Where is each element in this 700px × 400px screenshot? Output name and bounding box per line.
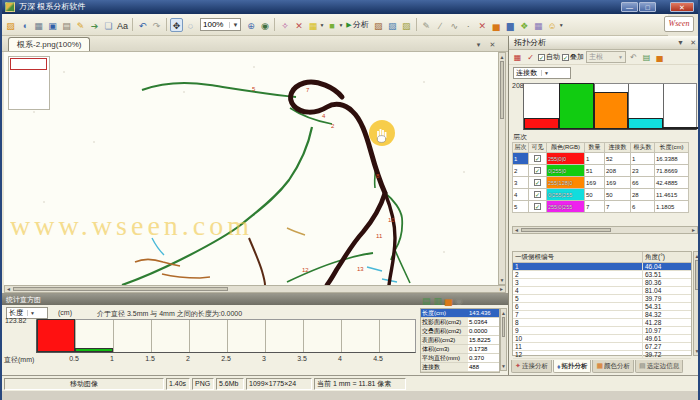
visible-checkbox[interactable]: ✓ <box>534 167 541 174</box>
draw-curve-icon[interactable]: ∿ <box>448 18 461 32</box>
layers-icon[interactable]: ▦ <box>532 18 545 32</box>
zoom-level-combo[interactable]: 100%▼ <box>200 18 241 31</box>
edit-icon[interactable]: ✎ <box>74 18 87 32</box>
close-button[interactable]: ✕ <box>670 2 694 12</box>
tab-拓扑分析[interactable]: ♦拓扑分析 <box>553 360 592 373</box>
angle-row[interactable]: 380.36 <box>513 279 691 287</box>
open-image-icon[interactable]: ▨ <box>4 18 17 32</box>
chart-icon[interactable]: ▅ <box>490 18 503 32</box>
tab-选定边信息[interactable]: ▤选定边信息 <box>635 360 683 373</box>
overlay-checkbox[interactable]: ✓叠加 <box>562 52 584 62</box>
measure-icon[interactable]: ✕ <box>292 18 305 32</box>
gallery-icon[interactable]: ▦ <box>32 18 45 32</box>
analyze-button[interactable]: ▶分析 <box>344 18 370 32</box>
angle-row[interactable]: 539.79 <box>513 295 691 303</box>
layer-col-header[interactable]: 长度(cm) <box>655 143 689 153</box>
overview-navigator[interactable] <box>8 56 50 110</box>
excel-icon[interactable]: ▅ <box>654 51 665 63</box>
stats-row[interactable]: 长度(cm)143.436 <box>421 309 499 318</box>
maximize-button[interactable]: □ <box>639 2 656 12</box>
stem-stamp-icon[interactable]: ▨ <box>386 18 399 32</box>
tab-连接分析[interactable]: ✦连接分析 <box>511 360 552 373</box>
angle-row[interactable]: 910.97 <box>513 327 691 335</box>
undo-icon[interactable]: ↶ <box>628 51 639 63</box>
title-bar[interactable]: 万深 根系分析软件 — □ ✕ <box>2 0 698 14</box>
text-icon[interactable]: Aa <box>116 18 129 32</box>
palette-icon[interactable]: ❖ <box>518 18 531 32</box>
layer-row[interactable]: 5✓255|0|2557761.1805 <box>513 201 689 213</box>
zoom-in-icon[interactable]: ⊕ <box>244 18 257 32</box>
settings-icon[interactable]: ◉ <box>455 295 463 307</box>
leaf-stamp-icon[interactable]: ▨ <box>400 18 413 32</box>
layer-table[interactable]: 层次可见颜色(RGB)数量连接数根头数长度(cm)1✓255|0|0152116… <box>512 142 689 213</box>
visible-checkbox[interactable]: ✓ <box>534 155 541 162</box>
layer-col-header[interactable]: 层次 <box>513 143 529 153</box>
document-tab[interactable]: 根系-2.png(100%) <box>8 37 90 51</box>
chart-icon[interactable]: ▅ <box>445 295 452 307</box>
image-canvas[interactable]: www.wseen.com 5742810111213 <box>4 52 498 285</box>
draw-node-icon[interactable]: · <box>462 18 475 32</box>
draw-pencil-icon[interactable]: ✎ <box>420 18 433 32</box>
draw-line-icon[interactable]: ∕ <box>434 18 447 32</box>
angle-row[interactable]: 481.04 <box>513 287 691 295</box>
topology-metric-combo[interactable]: 连接数 ▼ <box>513 67 571 79</box>
layer-col-header[interactable]: 根头数 <box>631 143 655 153</box>
grid-icon[interactable]: ▦ <box>512 51 523 63</box>
copy-icon[interactable]: ❏ <box>102 18 115 32</box>
angle-row[interactable]: 1167.27 <box>513 343 691 351</box>
layer-col-header[interactable]: 数量 <box>585 143 605 153</box>
visible-checkbox[interactable]: ✓ <box>534 203 541 210</box>
layer-col-header[interactable]: 颜色(RGB) <box>547 143 585 153</box>
wand-icon[interactable]: ✧ <box>278 18 291 32</box>
undo-icon[interactable]: ↶ <box>136 18 149 32</box>
mark-icon[interactable]: ✓ <box>525 51 536 63</box>
save-report-icon[interactable]: ▥ <box>434 295 443 307</box>
capture-icon[interactable]: ◖ <box>18 18 31 32</box>
stats-row[interactable]: 投影面积(cm2)5.0364 <box>421 318 499 327</box>
export-icon[interactable]: ➔ <box>88 18 101 32</box>
stats-row[interactable]: 体积(cm3)0.1738 <box>421 345 499 354</box>
visible-checkbox[interactable]: ✓ <box>534 179 541 186</box>
canvas-horizontal-scrollbar[interactable]: ◄ ► <box>4 285 506 293</box>
report-icon[interactable]: ▤ <box>641 51 652 63</box>
angle-row[interactable]: 841.28 <box>513 319 691 327</box>
angle-table[interactable]: 一级侧根编号 角度(°) 146.04263.51380.36481.04539… <box>512 251 692 356</box>
fill-color-dropdown[interactable]: ▦▼ <box>306 18 324 32</box>
stats-row[interactable]: 交叠面积(cm2)0.0000 <box>421 327 499 336</box>
angle-row[interactable]: 654.31 <box>513 303 691 311</box>
stats-row[interactable]: 平均直径(mm)0.370 <box>421 354 499 363</box>
stats-icon[interactable]: ▆ <box>504 18 517 32</box>
angle-table-scrollbar[interactable]: ▲ ▼ <box>693 251 700 356</box>
angle-row[interactable]: 263.51 <box>513 271 691 279</box>
print-icon[interactable]: ▤ <box>60 18 73 32</box>
minimize-button[interactable]: — <box>621 2 638 12</box>
canvas-vertical-scrollbar[interactable]: ▲ ▼ <box>498 52 506 285</box>
panel-close-icon[interactable]: ✕ <box>690 39 696 47</box>
angle-row[interactable]: 1049.61 <box>513 335 691 343</box>
stats-scrollbar[interactable]: ▲ ▼ <box>500 308 507 371</box>
stats-row[interactable]: 连接数488 <box>421 363 499 372</box>
auto-checkbox[interactable]: ✓自动 <box>538 52 560 62</box>
layer-row[interactable]: 3✓255|128|01691696642.4885 <box>513 177 689 189</box>
angle-row[interactable]: 1239.72 <box>513 351 691 359</box>
layer-table-hscrollbar[interactable]: ◄ ► <box>512 226 698 234</box>
layer-col-header[interactable]: 连接数 <box>605 143 631 153</box>
pin-icon[interactable]: ▼ <box>677 39 684 47</box>
layer-row[interactable]: 2✓0|255|0512082371.8669 <box>513 165 689 177</box>
tab-close-icon[interactable]: ✕ <box>487 39 498 50</box>
root-stamp-icon[interactable]: ▨ <box>372 18 385 32</box>
help-dropdown[interactable]: ☺▼ <box>546 18 564 32</box>
visible-checkbox[interactable]: ✓ <box>534 191 541 198</box>
layer-row[interactable]: 1✓255|0|0152116.3388 <box>513 153 689 165</box>
layer-col-header[interactable]: 可见 <box>529 143 547 153</box>
angle-row[interactable]: 784.32 <box>513 311 691 319</box>
magnifier-icon[interactable]: ◌ <box>184 18 197 32</box>
stats-row[interactable]: 表面积(cm2)15.8225 <box>421 336 499 345</box>
save-icon[interactable]: ▣ <box>46 18 59 32</box>
report-icon[interactable]: ▤ <box>422 295 431 307</box>
tab-list-dropdown-icon[interactable]: ▾ <box>473 39 484 50</box>
eye-icon[interactable]: ◉ <box>258 18 271 32</box>
tab-颜色分析[interactable]: ▦颜色分析 <box>592 360 634 373</box>
layer-row[interactable]: 4✓0|255|25550502811.4615 <box>513 189 689 201</box>
erase-icon[interactable]: ✕ <box>476 18 489 32</box>
